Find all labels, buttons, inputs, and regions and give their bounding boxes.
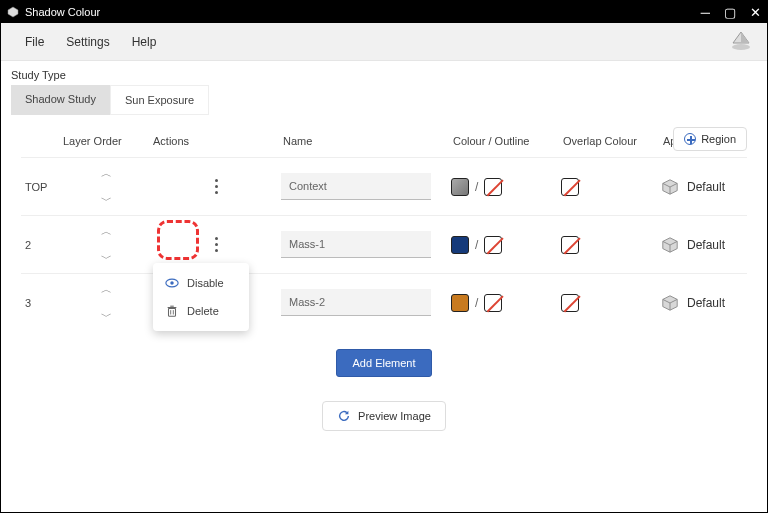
colour-swatch[interactable] <box>451 178 469 196</box>
svg-marker-0 <box>8 7 18 17</box>
move-down-icon[interactable]: ﹀ <box>101 193 112 208</box>
colour-outline-group: / <box>451 294 561 312</box>
close-button[interactable]: ✕ <box>750 5 761 20</box>
col-actions: Actions <box>151 135 281 147</box>
overlap-swatch[interactable] <box>561 236 579 254</box>
move-up-icon[interactable]: ︿ <box>101 166 112 181</box>
row-index: 3 <box>21 297 61 309</box>
cube-icon <box>661 294 679 312</box>
actions-popup: Disable Delete <box>153 263 249 331</box>
preview-image-label: Preview Image <box>358 410 431 422</box>
preview-image-button[interactable]: Preview Image <box>322 401 446 431</box>
name-input[interactable] <box>281 289 431 316</box>
layer-order-controls: ︿ ﹀ <box>61 282 151 324</box>
minimize-button[interactable]: ─ <box>701 5 710 20</box>
overlap-colour-group <box>561 294 661 312</box>
appearance-label: Default <box>687 238 725 252</box>
svg-rect-12 <box>169 308 176 316</box>
region-button[interactable]: Region <box>673 127 747 151</box>
appearance-cell[interactable]: Default <box>661 178 768 196</box>
refresh-icon <box>337 409 351 423</box>
actions-menu-button[interactable] <box>202 173 230 201</box>
content-area: Layer Order Actions Name Colour / Outlin… <box>1 125 767 431</box>
menubar: File Settings Help <box>1 23 767 61</box>
svg-point-11 <box>170 281 174 285</box>
appearance-label: Default <box>687 296 725 310</box>
slash-separator: / <box>475 180 478 194</box>
menu-help[interactable]: Help <box>132 35 157 49</box>
app-icon <box>7 6 19 18</box>
move-up-icon[interactable]: ︿ <box>101 224 112 239</box>
study-type-label: Study Type <box>1 61 767 85</box>
move-up-icon[interactable]: ︿ <box>101 282 112 297</box>
study-type-tabs: Shadow Study Sun Exposure <box>1 85 767 125</box>
slash-separator: / <box>475 296 478 310</box>
popup-delete-label: Delete <box>187 305 219 317</box>
window-titlebar: Shadow Colour ─ ▢ ✕ <box>1 1 767 23</box>
overlap-colour-group <box>561 236 661 254</box>
popup-disable-label: Disable <box>187 277 224 289</box>
appearance-cell[interactable]: Default <box>661 236 768 254</box>
outline-swatch[interactable] <box>484 294 502 312</box>
popup-delete[interactable]: Delete <box>153 297 249 325</box>
cube-icon <box>661 236 679 254</box>
trash-icon <box>165 304 179 318</box>
appearance-label: Default <box>687 180 725 194</box>
layer-order-controls: ︿ ﹀ <box>61 166 151 208</box>
row-index: 2 <box>21 239 61 251</box>
slash-separator: / <box>475 238 478 252</box>
eye-icon <box>165 276 179 290</box>
layer-order-controls: ︿ ﹀ <box>61 224 151 266</box>
app-logo-icon <box>729 29 753 53</box>
popup-disable[interactable]: Disable <box>153 269 249 297</box>
plus-circle-icon <box>684 133 696 145</box>
add-element-button[interactable]: Add Element <box>336 349 433 377</box>
window-title: Shadow Colour <box>25 6 100 18</box>
row-index: TOP <box>21 181 61 193</box>
actions-menu-button[interactable] <box>202 231 230 259</box>
table-header: Layer Order Actions Name Colour / Outlin… <box>21 129 747 157</box>
table-row: 2 ︿ ﹀ / Default <box>21 215 747 273</box>
region-button-label: Region <box>701 133 736 145</box>
col-colour-outline: Colour / Outline <box>451 135 561 147</box>
overlap-colour-group <box>561 178 661 196</box>
col-name: Name <box>281 135 451 147</box>
svg-point-1 <box>732 44 750 50</box>
overlap-swatch[interactable] <box>561 178 579 196</box>
colour-outline-group: / <box>451 236 561 254</box>
menu-settings[interactable]: Settings <box>66 35 109 49</box>
table-row: 3 ︿ ﹀ / Default <box>21 273 747 331</box>
name-input[interactable] <box>281 173 431 200</box>
name-input[interactable] <box>281 231 431 258</box>
outline-swatch[interactable] <box>484 178 502 196</box>
cube-icon <box>661 178 679 196</box>
window-controls: ─ ▢ ✕ <box>701 5 761 20</box>
outline-swatch[interactable] <box>484 236 502 254</box>
colour-swatch[interactable] <box>451 294 469 312</box>
overlap-swatch[interactable] <box>561 294 579 312</box>
col-layer-order: Layer Order <box>61 135 151 147</box>
colour-outline-group: / <box>451 178 561 196</box>
maximize-button[interactable]: ▢ <box>724 5 736 20</box>
tab-sun-exposure[interactable]: Sun Exposure <box>110 85 209 115</box>
appearance-cell[interactable]: Default <box>661 294 768 312</box>
move-down-icon[interactable]: ﹀ <box>101 309 112 324</box>
menu-file[interactable]: File <box>25 35 44 49</box>
col-overlap-colour: Overlap Colour <box>561 135 661 147</box>
colour-swatch[interactable] <box>451 236 469 254</box>
move-down-icon[interactable]: ﹀ <box>101 251 112 266</box>
table-row: TOP ︿ ﹀ / Default <box>21 157 747 215</box>
tab-shadow-study[interactable]: Shadow Study <box>11 85 110 115</box>
